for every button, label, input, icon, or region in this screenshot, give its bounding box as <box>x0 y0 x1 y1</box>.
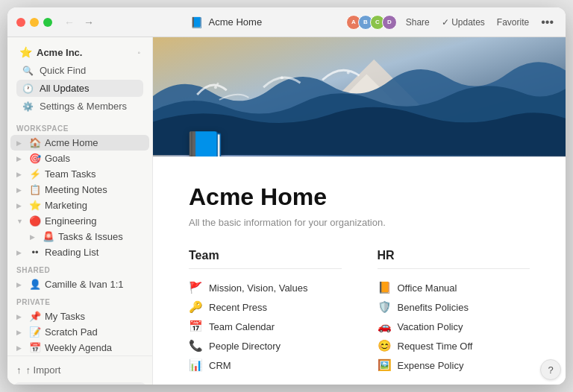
hr-item-time-off[interactable]: 😊 Request Time Off <box>378 336 530 355</box>
page-icon-acme-home: 🏠 <box>28 137 42 148</box>
help-button[interactable]: ? <box>540 359 561 380</box>
sidebar-item-goals[interactable]: ▶ 🎯 Goals <box>10 151 149 166</box>
sidebar-item-reading-list[interactable]: ▶ •• Reading List <box>10 244 149 260</box>
section-shared-header: SHARED <box>7 260 152 276</box>
import-icon: ↑ <box>16 364 22 376</box>
sidebar-label-acme-home: Acme Home <box>45 137 146 148</box>
calendar-label: Team Calendar <box>209 321 275 332</box>
sidebar-label-my-tasks: My Tasks <box>45 311 146 322</box>
caret-icon: ▶ <box>30 233 39 241</box>
time-off-icon: 😊 <box>378 339 392 353</box>
sidebar-item-team-tasks[interactable]: ▶ ⚡ Team Tasks <box>10 166 149 182</box>
svg-point-3 <box>214 86 217 89</box>
sidebar-item-my-tasks[interactable]: ▶ 📌 My Tasks <box>10 309 149 324</box>
hr-item-office-manual[interactable]: 📙 Office Manual <box>378 278 530 297</box>
hero-banner: 📘 <box>153 37 566 157</box>
sidebar-item-meeting-notes[interactable]: ▶ 📋 Meeting Notes <box>10 182 149 197</box>
page-icon-camille-ivan: 👤 <box>28 279 42 290</box>
sidebar-settings[interactable]: ⚙️ Settings & Members <box>16 98 143 115</box>
workspace-title[interactable]: ⭐ Acme Inc. ◦ <box>13 43 146 61</box>
team-header: Team <box>189 249 342 269</box>
page-icon-weekly-agenda: 📅 <box>28 342 42 353</box>
back-button[interactable]: ← <box>61 15 78 30</box>
sidebar-item-acme-home[interactable]: ▶ 🏠 Acme Home <box>10 135 149 151</box>
sidebar-item-camille-ivan[interactable]: ▶ 👤 Camille & Ivan 1:1 <box>10 276 149 292</box>
sidebar-item-marketing[interactable]: ▶ ⭐ Marketing <box>10 197 149 213</box>
forward-button[interactable]: → <box>81 15 97 30</box>
expense-icon: 🖼️ <box>378 358 392 372</box>
sidebar-label-goals: Goals <box>45 153 146 164</box>
team-item-team-calendar[interactable]: 📅 Team Calendar <box>189 317 342 336</box>
sidebar-label-meeting-notes: Meeting Notes <box>45 184 146 195</box>
benefits-icon: 🛡️ <box>378 300 392 314</box>
page-icon-container: 📘 <box>183 130 228 157</box>
caret-icon: ▶ <box>16 186 25 194</box>
team-item-people-directory[interactable]: 📞 People Directory <box>189 336 342 355</box>
page-subtitle: All the basic information for your organ… <box>189 217 530 228</box>
caret-icon: ▶ <box>16 139 25 147</box>
nav-buttons: ← → <box>61 15 97 30</box>
sidebar-item-tasks-issues[interactable]: ▶ 🚨 Tasks & Issues <box>10 229 149 244</box>
workspace-caret-icon: ◦ <box>137 48 140 57</box>
hr-item-vacation[interactable]: 🚗 Vacation Policy <box>378 317 530 336</box>
expense-label: Expense Policy <box>398 360 464 371</box>
close-button[interactable] <box>16 18 25 27</box>
page-icon-engineering: 🔴 <box>28 215 42 227</box>
maximize-button[interactable] <box>43 18 52 27</box>
page-icon-marketing: ⭐ <box>28 200 42 211</box>
hr-item-expense[interactable]: 🖼️ Expense Policy <box>378 355 530 375</box>
sidebar-label-weekly-agenda: Weekly Agenda <box>45 342 146 353</box>
page-icon-tasks-issues: 🚨 <box>42 231 55 242</box>
clock-icon: 🕐 <box>22 83 34 94</box>
sidebar-quick-find[interactable]: 🔍 Quick Find <box>16 62 143 79</box>
press-icon: 🔑 <box>189 300 203 314</box>
svg-point-4 <box>216 83 219 85</box>
page-title: Acme Home <box>189 183 530 211</box>
sidebar-top: ⭐ Acme Inc. ◦ 🔍 Quick Find 🕐 All Updates… <box>7 37 152 118</box>
sidebar-item-engineering[interactable]: ▼ 🔴 Engineering <box>10 213 149 229</box>
hr-column: HR 📙 Office Manual 🛡️ Benefits Policies … <box>378 249 530 375</box>
new-page-button[interactable]: + New Page <box>13 382 146 385</box>
all-updates-label: All Updates <box>40 83 89 94</box>
more-button[interactable]: ••• <box>538 14 557 31</box>
page-emoji-icon: 📘 <box>183 130 228 157</box>
office-manual-icon: 📙 <box>378 281 392 294</box>
sidebar-label-scratch-pad: Scratch Pad <box>45 326 146 338</box>
workspace-icon: ⭐ <box>19 46 32 58</box>
titlebar-actions: A B C D Share ✓ Updates Favorite ••• <box>349 14 557 31</box>
updates-button[interactable]: ✓ Updates <box>439 16 488 29</box>
sidebar-label-reading-list: Reading List <box>45 247 146 258</box>
page-icon-my-tasks: 📌 <box>28 311 42 322</box>
avatar-4: D <box>382 15 397 30</box>
caret-icon: ▶ <box>16 281 25 288</box>
gear-icon: ⚙️ <box>22 101 34 112</box>
crm-icon: 📊 <box>189 358 203 372</box>
minimize-button[interactable] <box>30 18 39 27</box>
titlebar: ← → 📘 Acme Home A B C D Share ✓ Updates … <box>7 7 566 37</box>
press-label: Recent Press <box>209 302 267 313</box>
sidebar-label-team-tasks: Team Tasks <box>45 168 146 180</box>
caret-icon: ▶ <box>16 155 25 162</box>
content-body: Acme Home All the basic information for … <box>153 157 566 385</box>
caret-icon: ▶ <box>16 171 25 178</box>
benefits-label: Benefits Policies <box>398 302 469 313</box>
team-item-crm[interactable]: 📊 CRM <box>189 355 342 375</box>
import-button[interactable]: ↑ ↑ Import <box>10 361 149 379</box>
search-icon: 🔍 <box>22 66 34 76</box>
team-item-mission[interactable]: 🚩 Mission, Vision, Values <box>189 278 342 297</box>
favorite-button[interactable]: Favorite <box>494 16 532 29</box>
import-label: ↑ Import <box>26 364 61 376</box>
time-off-label: Request Time Off <box>398 341 473 352</box>
svg-point-5 <box>281 76 284 79</box>
hr-item-benefits[interactable]: 🛡️ Benefits Policies <box>378 297 530 317</box>
share-button[interactable]: Share <box>403 16 433 29</box>
tab-bar: 📘 Acme Home <box>103 16 349 28</box>
sidebar-item-scratch-pad[interactable]: ▶ 📝 Scratch Pad <box>10 324 149 340</box>
content-area: 📘 Acme Home All the basic information fo… <box>153 37 566 385</box>
svg-point-6 <box>347 71 350 74</box>
team-item-recent-press[interactable]: 🔑 Recent Press <box>189 297 342 317</box>
columns-grid: Team 🚩 Mission, Vision, Values 🔑 Recent … <box>189 249 530 375</box>
sidebar-all-updates[interactable]: 🕐 All Updates <box>16 80 143 97</box>
sidebar-item-weekly-agenda[interactable]: ▶ 📅 Weekly Agenda <box>10 340 149 355</box>
caret-open-icon: ▼ <box>16 218 25 225</box>
